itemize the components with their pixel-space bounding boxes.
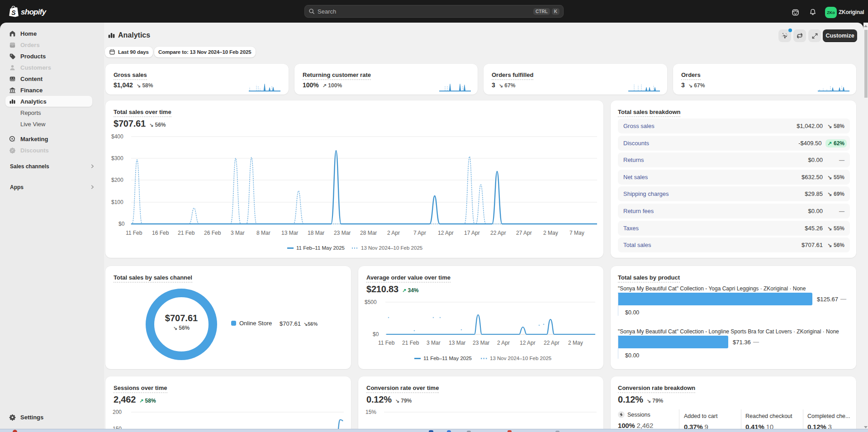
svg-text:S: S [11,9,16,16]
